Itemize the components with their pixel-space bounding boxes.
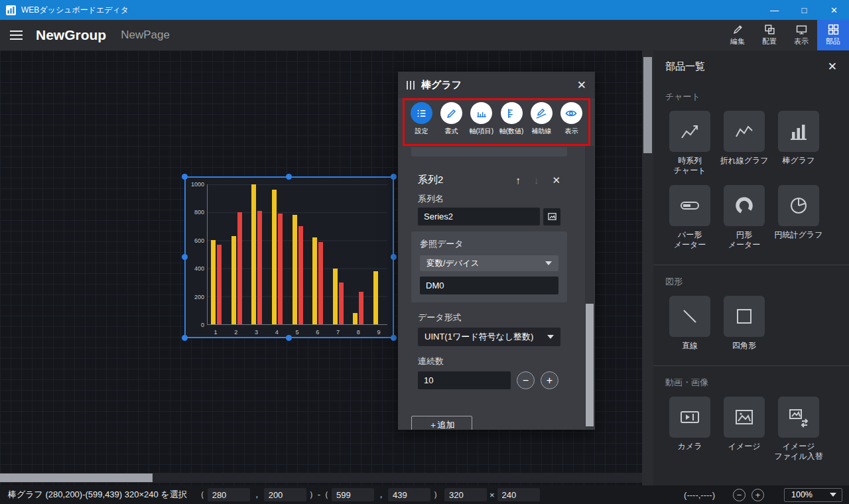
selection-handle-top-right[interactable] xyxy=(391,174,397,180)
bar-graph-icon xyxy=(787,119,811,143)
settings-list-icon xyxy=(415,107,428,120)
add-series-button[interactable]: ＋追加 xyxy=(411,416,472,430)
tab-format[interactable]: 書式 xyxy=(436,102,466,145)
arrange-tool-button[interactable]: 配置 xyxy=(753,20,785,50)
horizontal-scroll-thumb[interactable] xyxy=(0,473,153,482)
app-window: WEBダッシュボードエディタ — □ ✕ NewGroup NewPage 編集… xyxy=(0,0,849,504)
selection-y1-input[interactable] xyxy=(264,488,306,501)
dialog-scrollbar[interactable] xyxy=(585,146,594,428)
series-name-label: 系列名 xyxy=(418,193,560,205)
selection-y2-input[interactable] xyxy=(388,488,430,501)
parts-item-line[interactable]: 直線 xyxy=(664,296,716,351)
dialog-scroll-thumb[interactable] xyxy=(586,304,594,426)
bar-chart-widget[interactable]: 10008006004002000 123456789 xyxy=(184,176,394,338)
zoom-out-button[interactable]: − xyxy=(733,489,746,501)
device-input[interactable] xyxy=(420,277,558,294)
parts-tool-button[interactable]: 部品 xyxy=(817,20,849,50)
guide-line-icon xyxy=(535,107,548,120)
selection-handle-bottom[interactable] xyxy=(286,335,292,341)
series-name-input[interactable] xyxy=(418,208,540,225)
widget-yaxis: 10008006004002000 xyxy=(186,181,204,328)
divider xyxy=(653,365,849,366)
monitor-icon xyxy=(796,24,807,35)
drag-handle-icon[interactable] xyxy=(407,81,415,90)
vertical-axis-icon xyxy=(505,107,518,120)
widget-xaxis: 123456789 xyxy=(207,329,387,336)
reference-picker-button[interactable] xyxy=(543,208,560,225)
group-title: NewGroup xyxy=(36,27,106,43)
statusbar: 棒グラフ (280,200)-(599,439) 320×240 を選択 （ ，… xyxy=(0,485,849,504)
tab-settings[interactable]: 設定 xyxy=(407,102,436,145)
parts-item-pie-graph[interactable]: 円統計グラフ xyxy=(773,185,824,250)
selection-handle-left[interactable] xyxy=(182,254,188,260)
count-label: 連続数 xyxy=(418,355,560,367)
blocks-icon xyxy=(828,24,839,35)
dialog-tab-bar: 設定 書式 軸(項目) 軸(数値) xyxy=(398,98,595,145)
parts-item-circular-meter[interactable]: 円形 メーター xyxy=(718,185,770,250)
chevron-down-icon xyxy=(545,261,552,265)
selection-height-input[interactable] xyxy=(497,488,540,501)
horizontal-axis-icon xyxy=(475,107,488,120)
parts-item-image[interactable]: イメージ xyxy=(718,397,770,462)
dialog-header[interactable]: 棒グラフ ✕ xyxy=(398,72,595,98)
parts-item-timeseries-chart[interactable]: 時系列 チャート xyxy=(664,111,716,176)
count-decrement-button[interactable]: − xyxy=(517,371,535,389)
timeseries-chart-icon xyxy=(678,119,702,143)
camera-icon xyxy=(678,405,702,429)
tab-axis-value[interactable]: 軸(数値) xyxy=(497,102,527,145)
reference-data-group: 参照データ 変数/デバイス xyxy=(411,231,567,302)
zoom-level-dropdown[interactable]: 100% xyxy=(784,488,842,502)
dialog-title: 棒グラフ xyxy=(421,79,577,92)
view-tool-button[interactable]: 表示 xyxy=(785,20,817,50)
pencil-icon xyxy=(732,24,744,35)
selection-handle-right[interactable] xyxy=(391,254,397,260)
canvas-horizontal-scrollbar[interactable] xyxy=(0,473,642,483)
tab-axis-category[interactable]: 軸(項目) xyxy=(466,102,496,145)
close-button[interactable]: ✕ xyxy=(819,0,849,20)
count-increment-button[interactable]: + xyxy=(541,371,558,389)
straight-line-icon xyxy=(678,304,702,328)
vertical-scroll-thumb[interactable] xyxy=(643,57,652,153)
reference-data-label: 参照データ xyxy=(420,238,558,250)
pie-chart-icon xyxy=(787,194,811,218)
selection-handle-top[interactable] xyxy=(286,174,292,180)
parts-item-bar-graph[interactable]: 棒グラフ xyxy=(773,111,824,176)
section-label-media: 動画・画像 xyxy=(665,377,849,389)
menu-button[interactable] xyxy=(0,20,32,50)
count-input[interactable] xyxy=(418,371,511,389)
zoom-in-button[interactable]: + xyxy=(751,489,764,501)
data-format-dropdown[interactable]: UINT(1ワード符号なし整数) xyxy=(418,328,560,346)
selection-x1-input[interactable] xyxy=(208,488,250,501)
tab-display[interactable]: 表示 xyxy=(556,102,586,145)
parts-item-image-file-swap[interactable]: イメージ ファイル入替 xyxy=(773,397,824,462)
reference-type-dropdown[interactable]: 変数/デバイス xyxy=(420,255,558,271)
tab-guide-line[interactable]: 補助線 xyxy=(527,102,556,145)
selection-x2-input[interactable] xyxy=(332,488,374,501)
header: NewGroup NewPage 編集 配置 表示 部品 xyxy=(0,20,849,50)
parts-panel-title: 部品一覧 xyxy=(665,60,828,73)
parts-panel-close-button[interactable]: ✕ xyxy=(828,60,837,74)
widget-plot xyxy=(207,184,387,325)
series-remove-button[interactable]: ✕ xyxy=(552,174,560,186)
page-title: NewPage xyxy=(121,29,170,42)
selection-handle-bottom-left[interactable] xyxy=(182,335,188,341)
parts-item-camera[interactable]: カメラ xyxy=(664,397,716,462)
section-label-shapes: 図形 xyxy=(665,276,849,288)
selection-handle-bottom-right[interactable] xyxy=(391,335,397,341)
pointer-coordinates: (----,----) xyxy=(684,490,715,500)
selection-handle-top-left[interactable] xyxy=(182,174,188,180)
image-icon xyxy=(732,405,756,429)
canvas-vertical-scrollbar[interactable] xyxy=(642,50,653,485)
minimize-button[interactable]: — xyxy=(759,0,789,20)
section-label-chart: チャート xyxy=(665,91,849,103)
series-move-up-button[interactable]: ↑ xyxy=(515,174,521,186)
edit-tool-button[interactable]: 編集 xyxy=(722,20,753,50)
maximize-button[interactable]: □ xyxy=(789,0,819,20)
series-move-down-button[interactable]: ↓ xyxy=(534,174,539,186)
parts-item-line-graph[interactable]: 折れ線グラフ xyxy=(718,111,770,176)
parts-item-bar-meter[interactable]: バー形 メーター xyxy=(664,185,716,250)
bar-meter-icon xyxy=(678,194,702,218)
selection-width-input[interactable] xyxy=(444,488,487,501)
parts-item-rectangle[interactable]: 四角形 xyxy=(718,296,770,351)
dialog-close-button[interactable]: ✕ xyxy=(577,78,586,92)
